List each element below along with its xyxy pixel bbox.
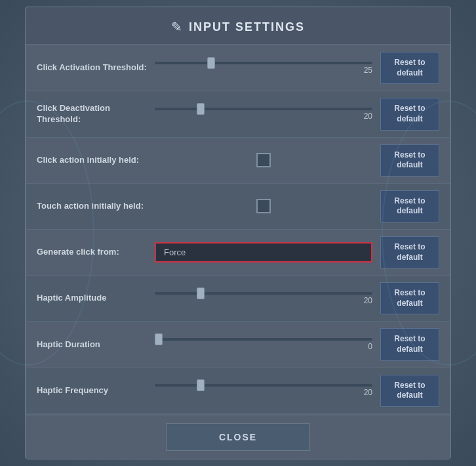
reset-button-touch-initially-held[interactable]: Reset to default: [380, 190, 439, 222]
input-settings-dialog: ✎ INPUT SETTINGS Click Activation Thresh…: [25, 7, 451, 459]
control-haptic-frequency: 20: [155, 384, 372, 397]
control-haptic-amplitude: 20: [155, 292, 372, 305]
label-haptic-amplitude: Haptic Amplitude: [37, 293, 155, 304]
dialog-header: ✎ INPUT SETTINGS: [26, 7, 450, 45]
slider-value-haptic-amplitude: 20: [155, 296, 372, 305]
settings-row-touch-initially-held: Touch action initially held:Reset to def…: [26, 184, 450, 230]
checkbox-container-click-initially-held: [155, 153, 372, 167]
slider-click-deactivation[interactable]: [155, 108, 372, 110]
settings-row-generate-click-from: Generate click from:ForceReset to defaul…: [26, 230, 450, 276]
reset-button-click-initially-held[interactable]: Reset to default: [380, 144, 439, 177]
slider-haptic-amplitude[interactable]: [155, 292, 372, 295]
dialog-title: INPUT SETTINGS: [189, 20, 305, 34]
control-click-activation: 25: [155, 62, 372, 75]
label-touch-initially-held: Touch action initially held:: [37, 201, 155, 212]
checkbox-container-touch-initially-held: [155, 199, 372, 213]
label-generate-click-from: Generate click from:: [37, 247, 155, 258]
dialog-footer: CLOSE: [26, 415, 450, 459]
label-click-activation: Click Activation Threshold:: [37, 62, 155, 74]
settings-row-haptic-amplitude: Haptic Amplitude20Reset to default: [26, 276, 450, 322]
slider-wrapper-click-deactivation: 20: [155, 108, 372, 121]
settings-content: Click Activation Threshold:25Reset to de…: [26, 45, 450, 415]
settings-row-click-activation: Click Activation Threshold:25Reset to de…: [26, 45, 450, 91]
slider-wrapper-haptic-amplitude: 20: [155, 292, 372, 305]
reset-button-click-activation[interactable]: Reset to default: [380, 52, 439, 84]
control-click-deactivation: 20: [155, 108, 372, 121]
reset-button-haptic-amplitude[interactable]: Reset to default: [380, 282, 439, 314]
reset-button-haptic-duration[interactable]: Reset to default: [380, 328, 439, 360]
control-haptic-duration: 0: [155, 338, 372, 351]
slider-click-activation[interactable]: [155, 62, 372, 64]
slider-value-haptic-duration: 0: [155, 342, 372, 351]
background-overlay: ✎ INPUT SETTINGS Click Activation Thresh…: [0, 0, 476, 466]
slider-value-click-activation: 25: [155, 66, 372, 75]
label-click-deactivation: Click Deactivation Threshold:: [37, 103, 155, 125]
control-generate-click-from: Force: [155, 242, 372, 263]
settings-row-haptic-duration: Haptic Duration0Reset to default: [26, 322, 450, 368]
dropdown-generate-click-from[interactable]: Force: [155, 242, 372, 263]
reset-button-click-deactivation[interactable]: Reset to default: [380, 98, 439, 130]
slider-haptic-duration[interactable]: [155, 338, 372, 341]
settings-row-haptic-frequency: Haptic Frequency20Reset to default: [26, 368, 450, 414]
slider-haptic-frequency[interactable]: [155, 384, 372, 387]
control-click-initially-held: [155, 153, 372, 167]
checkbox-click-initially-held[interactable]: [256, 153, 271, 167]
slider-wrapper-haptic-duration: 0: [155, 338, 372, 351]
settings-row-click-deactivation: Click Deactivation Threshold:20Reset to …: [26, 91, 450, 137]
reset-button-haptic-frequency[interactable]: Reset to default: [380, 375, 439, 407]
control-touch-initially-held: [155, 199, 372, 213]
slider-value-haptic-frequency: 20: [155, 388, 372, 397]
slider-wrapper-click-activation: 25: [155, 62, 372, 75]
close-button[interactable]: CLOSE: [166, 423, 310, 451]
label-click-initially-held: Click action initially held:: [37, 155, 155, 166]
slider-value-click-deactivation: 20: [155, 112, 372, 121]
settings-icon: ✎: [171, 19, 182, 35]
label-haptic-frequency: Haptic Frequency: [37, 385, 155, 396]
reset-button-generate-click-from[interactable]: Reset to default: [380, 236, 439, 268]
checkbox-touch-initially-held[interactable]: [256, 199, 271, 213]
label-haptic-duration: Haptic Duration: [37, 339, 155, 350]
settings-row-click-initially-held: Click action initially held:Reset to def…: [26, 138, 450, 184]
slider-wrapper-haptic-frequency: 20: [155, 384, 372, 397]
